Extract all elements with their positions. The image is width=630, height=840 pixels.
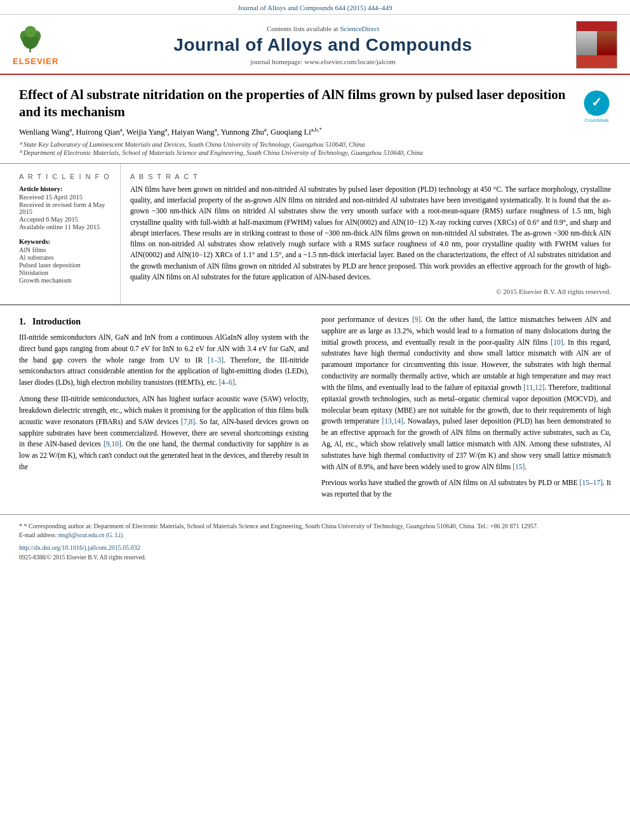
author-yunnong: Yunnong Zhu [220,128,264,137]
svg-text:CrossMark: CrossMark [587,111,607,115]
affiliation-b: ᵇ Department of Electronic Materials, Sc… [19,149,611,156]
ref-11-12[interactable]: [11,12] [523,383,544,391]
abstract-label: A B S T R A C T [130,173,611,180]
doi-link[interactable]: http://dx.doi.org/10.1016/j.jallcom.2015… [19,544,140,551]
footer-left: * * Corresponding author at: Department … [19,521,611,562]
author-huirong: Huirong Qian [76,128,120,137]
ref-1-3[interactable]: [1–3] [208,356,224,364]
ref-15-17[interactable]: [15–17] [580,479,603,486]
abstract-column: A B S T R A C T AlN films have been grow… [121,164,630,304]
intro-para-right2: Previous works have studied the growth o… [321,477,611,500]
ref-4-6[interactable]: [4–6] [219,378,235,386]
accepted-date: Accepted 6 May 2015 [19,216,112,223]
sup-a3: a [165,126,168,133]
authors-line: Wenliang Wanga, Huirong Qiana, Weijia Ya… [19,126,611,137]
svg-text:✓: ✓ [591,95,602,109]
abstract-text: AlN films have been grown on nitrided an… [130,184,611,283]
svg-point-6 [32,36,39,46]
sup-a4: a [215,126,217,133]
cover-bottom-bar [577,55,617,68]
intro-left-column: 1. Introduction III-nitride semiconducto… [19,314,309,505]
journal-title: Journal of Alloys and Compounds [173,35,472,55]
journal-cover-image [576,21,617,69]
article-info-column: A R T I C L E I N F O Article history: R… [0,164,121,304]
contents-line: Contents lists available at ScienceDirec… [267,25,379,32]
crossmark-icon[interactable]: ✓ CrossMark CrossMark [582,89,611,117]
intro-heading: 1. Introduction [19,317,309,327]
sup-a1: a [69,126,72,133]
ref-10[interactable]: [10] [551,338,563,346]
page-footer: * * Corresponding author at: Department … [0,514,630,567]
footnote-corresponding: * Corresponding author at: Department of… [24,523,539,530]
ref-7-8[interactable]: [7,8] [181,418,195,425]
ref-9[interactable]: [9] [412,316,420,323]
intro-para-right1: poor performance of devices [9]. On the … [321,314,611,472]
email-line: E-mail address: msgli@scut.edu.cn (G. Li… [19,531,611,540]
author-weijia: Weijia Yang [126,128,165,137]
keywords-label: Keywords: [19,238,112,245]
svg-point-4 [25,26,36,37]
cover-top-bar [577,22,617,31]
sup-a5: a [264,126,267,133]
svg-point-5 [22,36,29,46]
page-wrapper: Journal of Alloys and Compounds 644 (201… [0,0,630,567]
journal-header-center: Contents lists available at ScienceDirec… [76,25,570,65]
keyword-aln: AlN films [19,246,112,253]
article-section: Effect of Al substrate nitridation on th… [0,75,630,164]
top-bar: Journal of Alloys and Compounds 644 (201… [0,0,630,15]
sciencedirect-link[interactable]: ScienceDirect [340,25,379,32]
article-title-row: Effect of Al substrate nitridation on th… [19,86,611,121]
ref-15[interactable]: [15] [513,463,525,470]
main-content: 1. Introduction III-nitride semiconducto… [0,305,630,514]
keyword-pld: Pulsed laser deposition [19,262,112,269]
sup-a2: a [120,126,123,133]
elsevier-tree-icon [13,23,48,55]
ref-9-10[interactable]: [9,10] [104,440,121,448]
journal-homepage: journal homepage: www.elsevier.com/locat… [250,58,395,65]
keyword-growth: Growth mechanism [19,277,112,284]
email-address[interactable]: msgli@scut.edu.cn (G. Li). [58,532,124,538]
keyword-al: Al substrates [19,254,112,261]
email-label: E-mail address: [19,532,57,538]
ref-13-14[interactable]: [13,14] [382,417,403,425]
copyright-line: © 2015 Elsevier B.V. All rights reserved… [130,288,611,295]
history-label: Article history: [19,185,112,192]
footnote-star-symbol: * [19,523,24,530]
online-date: Available online 11 May 2015 [19,223,112,230]
keyword-nitrida: Nitridation [19,269,112,276]
footnote-text: * * Corresponding author at: Department … [19,521,611,531]
article-info-label: A R T I C L E I N F O [19,173,112,180]
sup-ab: a,b,* [311,126,323,133]
received-date: Received 15 April 2015 [19,194,112,201]
affiliation-a: ᵃ State Key Laboratory of Luminescent Ma… [19,140,611,148]
revised-date: Received in revised form 4 May 2015 [19,201,112,215]
affiliations: ᵃ State Key Laboratory of Luminescent Ma… [19,140,611,156]
intro-right-column: poor performance of devices [9]. On the … [321,314,611,505]
journal-header: ELSEVIER Contents lists available at Sci… [0,15,630,75]
author-wenliang: Wenliang Wang [19,128,69,137]
elsevier-text: ELSEVIER [13,57,58,66]
author-guoqiang: Guoqiang Li [271,128,311,137]
author-haiyan: Haiyan Wang [171,128,215,137]
intro-para2: Among these III-nitride semiconductors, … [19,394,309,473]
intro-para1: III-nitride semiconductors AlN, GaN and … [19,332,309,389]
issn-line: 0925-8388/© 2015 Elsevier B.V. All right… [19,553,611,562]
journal-citation: Journal of Alloys and Compounds 644 (201… [238,4,392,11]
elsevier-logo: ELSEVIER [13,23,64,66]
article-title: Effect of Al substrate nitridation on th… [19,86,582,121]
article-info-abstract: A R T I C L E I N F O Article history: R… [0,164,630,305]
